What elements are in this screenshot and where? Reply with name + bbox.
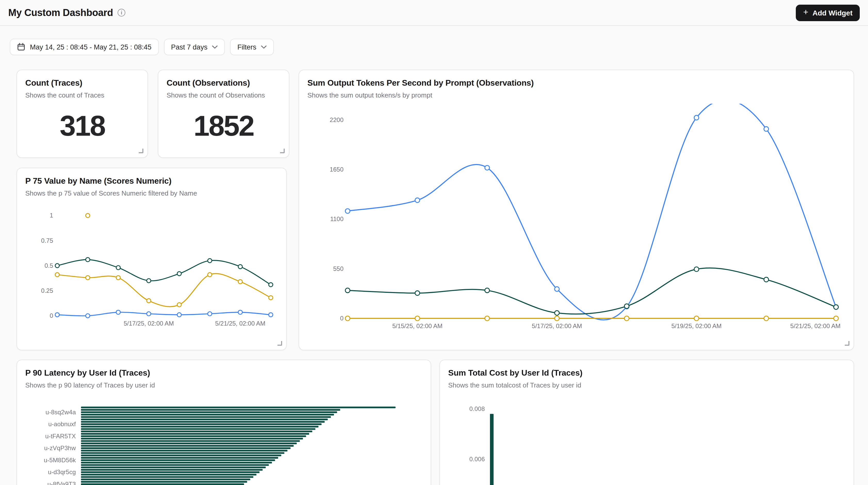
svg-text:1100: 1100 — [330, 215, 343, 222]
info-icon[interactable]: i — [118, 9, 125, 17]
svg-text:0: 0 — [340, 315, 343, 322]
widget-title: Count (Observations) — [158, 70, 289, 88]
widget-subtitle: Shows the count of Observations — [158, 88, 289, 99]
cost-bar-chart: 00.0020.0040.0060.008 — [448, 399, 846, 485]
svg-text:0: 0 — [50, 312, 53, 319]
resize-handle[interactable] — [845, 341, 849, 346]
page-title: My Custom Dashboard — [8, 7, 113, 18]
svg-text:0.25: 0.25 — [41, 287, 53, 294]
svg-text:1: 1 — [50, 212, 53, 219]
count-observations-value: 1852 — [158, 99, 289, 157]
svg-text:u-5M8D56k: u-5M8D56k — [44, 457, 76, 463]
widget-tokens-per-second: Sum Output Tokens Per Second by Prompt (… — [299, 70, 854, 350]
svg-text:1650: 1650 — [330, 166, 343, 173]
svg-text:0.5: 0.5 — [44, 262, 53, 269]
resize-handle[interactable] — [280, 149, 285, 153]
svg-text:550: 550 — [333, 265, 343, 272]
svg-text:2200: 2200 — [330, 116, 343, 123]
resize-handle[interactable] — [277, 341, 282, 346]
filters-dropdown[interactable]: Filters — [230, 39, 274, 55]
plus-icon: + — [803, 8, 808, 17]
svg-text:u-zVqP3hw: u-zVqP3hw — [44, 445, 76, 451]
count-traces-value: 318 — [17, 99, 148, 157]
add-widget-button[interactable]: + Add Widget — [796, 4, 860, 21]
resize-handle[interactable] — [139, 149, 144, 153]
calendar-icon — [17, 43, 25, 51]
widget-total-cost: Sum Total Cost by User Id (Traces) Shows… — [439, 360, 854, 485]
svg-text:5/15/25, 02:00 AM: 5/15/25, 02:00 AM — [392, 323, 442, 329]
widget-subtitle: Shows the count of Traces — [17, 88, 148, 99]
widget-subtitle: Shows the p 75 value of Scores Numeric f… — [17, 186, 286, 197]
tokens-line-chart: 05501100165022005/15/25, 02:00 AM5/17/25… — [307, 104, 846, 336]
date-preset-dropdown[interactable]: Past 7 days — [164, 39, 225, 55]
widget-subtitle: Shows the sum totalcost of Traces by use… — [440, 378, 854, 389]
svg-text:5/21/25, 02:00 AM: 5/21/25, 02:00 AM — [215, 320, 265, 327]
svg-text:5/17/25, 02:00 AM: 5/17/25, 02:00 AM — [124, 320, 174, 327]
svg-text:u-8fVa9T3: u-8fVa9T3 — [48, 481, 76, 485]
svg-text:5/17/25, 02:00 AM: 5/17/25, 02:00 AM — [532, 323, 582, 329]
date-range-label: May 14, 25 : 08:45 - May 21, 25 : 08:45 — [30, 43, 151, 51]
svg-text:0.008: 0.008 — [469, 405, 485, 412]
add-widget-label: Add Widget — [812, 8, 852, 17]
svg-text:u-d3qr5cg: u-d3qr5cg — [48, 468, 76, 476]
widget-subtitle: Shows the sum output tokens/s by prompt — [299, 88, 854, 99]
toolbar: May 14, 25 : 08:45 - May 21, 25 : 08:45 … — [10, 39, 274, 55]
date-range-picker[interactable]: May 14, 25 : 08:45 - May 21, 25 : 08:45 — [10, 39, 159, 55]
svg-text:u-8sq2w4a: u-8sq2w4a — [45, 408, 76, 416]
widget-title: Count (Traces) — [17, 70, 148, 88]
widget-p90-latency: P 90 Latency by User Id (Traces) Shows t… — [17, 360, 431, 485]
widget-count-observations: Count (Observations) Shows the count of … — [158, 70, 289, 158]
widget-title: P 90 Latency by User Id (Traces) — [17, 360, 431, 378]
filters-label: Filters — [237, 43, 256, 51]
chevron-down-icon — [212, 45, 218, 49]
svg-text:0.75: 0.75 — [41, 237, 53, 244]
date-preset-label: Past 7 days — [171, 43, 207, 51]
svg-text:5/21/25, 02:00 AM: 5/21/25, 02:00 AM — [790, 323, 841, 329]
page-header: My Custom Dashboard i + Add Widget — [0, 0, 868, 26]
widget-title: P 75 Value by Name (Scores Numeric) — [17, 168, 286, 186]
widget-count-traces: Count (Traces) Shows the count of Traces… — [17, 70, 148, 158]
svg-text:5/19/25, 02:00 AM: 5/19/25, 02:00 AM — [671, 323, 721, 329]
svg-text:u-tFAR5TX: u-tFAR5TX — [45, 433, 76, 439]
widget-title: Sum Total Cost by User Id (Traces) — [440, 360, 854, 378]
dashboard-page: My Custom Dashboard i + Add Widget May 1… — [0, 0, 868, 485]
p90-bar-chart: u-8sq2w4au-aobnuxfu-tFAR5TXu-zVqP3hwu-5M… — [25, 399, 424, 485]
chevron-down-icon — [261, 45, 267, 49]
widget-subtitle: Shows the p 90 latency of Traces by user… — [17, 378, 431, 389]
svg-text:0.006: 0.006 — [469, 456, 485, 462]
p75-line-chart: 00.250.50.7515/17/25, 02:00 AM5/21/25, 0… — [25, 203, 279, 333]
widget-title: Sum Output Tokens Per Second by Prompt (… — [299, 70, 854, 88]
svg-text:u-aobnuxf: u-aobnuxf — [48, 421, 76, 427]
widget-p75-scores: P 75 Value by Name (Scores Numeric) Show… — [17, 168, 287, 350]
